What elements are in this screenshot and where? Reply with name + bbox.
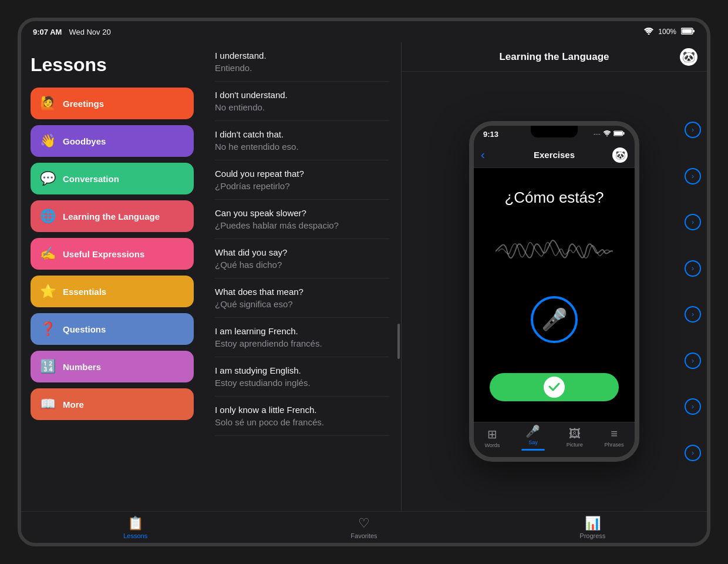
goodbyes-label: Goodbyes bbox=[63, 136, 106, 146]
phrase-pair-4[interactable]: Can you speak slower? ¿Puedes hablar más… bbox=[215, 200, 389, 239]
ipad-favorites-icon: ♡ bbox=[358, 516, 370, 531]
battery-text: 100% bbox=[658, 28, 676, 36]
tab-words[interactable]: ⊞ Words bbox=[484, 427, 500, 448]
numbers-icon: 🔢 bbox=[40, 359, 56, 374]
wifi-icon bbox=[644, 28, 653, 36]
iphone-body: ¿Cómo estás? 🎤 bbox=[474, 168, 635, 422]
phrases-panel: I understand. Entiendo. I don't understa… bbox=[203, 42, 402, 511]
svg-point-4 bbox=[606, 136, 608, 137]
ipad-progress-label: Progress bbox=[579, 532, 605, 539]
iphone-status-bar: 9:13 ···· bbox=[474, 126, 635, 142]
picture-tab-icon: 🖼 bbox=[569, 427, 581, 441]
phrase-pair-8[interactable]: I am studying English. Estoy estudiando … bbox=[215, 357, 389, 397]
tab-say[interactable]: 🎤 Say bbox=[521, 424, 545, 451]
success-button[interactable] bbox=[490, 373, 619, 401]
iphone-wifi-icon bbox=[603, 130, 611, 137]
words-tab-label: Words bbox=[484, 442, 500, 448]
mic-button[interactable]: 🎤 bbox=[531, 296, 578, 343]
phrase-spanish-6: ¿Qué significa eso? bbox=[215, 299, 389, 309]
conversation-label: Conversation bbox=[63, 174, 119, 184]
panda-emoji: 🐼 bbox=[682, 51, 695, 63]
questions-label: Questions bbox=[63, 324, 106, 334]
numbers-label: Numbers bbox=[63, 362, 101, 372]
words-tab-icon: ⊞ bbox=[487, 427, 497, 441]
phrase-english-5: What did you say? bbox=[215, 247, 389, 257]
greetings-label: Greetings bbox=[63, 99, 104, 109]
phrase-spanish-1: No entiendo. bbox=[215, 102, 389, 112]
goodbyes-icon: 👋 bbox=[40, 133, 56, 149]
conversation-icon: 💬 bbox=[40, 171, 56, 186]
say-tab-icon: 🎤 bbox=[525, 424, 540, 438]
phrase-pair-1[interactable]: I don't understand. No entiendo. bbox=[215, 82, 389, 121]
right-panel-title: Learning the Language bbox=[499, 51, 609, 63]
ipad-lessons-icon: 📋 bbox=[127, 516, 143, 531]
ipad-tab-favorites[interactable]: ♡ Favorites bbox=[329, 516, 399, 539]
scroll-indicator bbox=[397, 324, 400, 359]
nav-arrow-7[interactable]: › bbox=[685, 445, 701, 461]
ipad-lessons-label: Lessons bbox=[123, 532, 147, 539]
ipad-favorites-label: Favorites bbox=[350, 532, 377, 539]
iphone-battery-icon bbox=[614, 130, 625, 137]
sidebar-title: Lessons bbox=[31, 54, 194, 76]
tab-picture[interactable]: 🖼 Picture bbox=[567, 427, 583, 448]
phrase-spanish-5: ¿Qué has dicho? bbox=[215, 260, 389, 270]
phrase-spanish-7: Estoy aprendiendo francés. bbox=[215, 338, 389, 348]
nav-arrow-0[interactable]: › bbox=[685, 122, 701, 138]
iphone-nav-bar: ‹ Exercises 🐼 bbox=[474, 142, 635, 168]
phrase-pair-7[interactable]: I am learning French. Estoy aprendiendo … bbox=[215, 318, 389, 357]
phrase-pair-2[interactable]: I didn't catch that. No he entendido eso… bbox=[215, 121, 389, 160]
nav-arrow-4[interactable]: › bbox=[685, 306, 701, 323]
phrase-pair-6[interactable]: What does that mean? ¿Qué significa eso? bbox=[215, 278, 389, 318]
nav-arrow-2[interactable]: › bbox=[685, 214, 701, 230]
learning-icon: 🌐 bbox=[40, 209, 56, 224]
nav-arrow-3[interactable]: › bbox=[685, 260, 701, 277]
iphone-tab-bar: ⊞ Words 🎤 Say 🖼 Picture bbox=[474, 422, 635, 457]
lesson-card-questions[interactable]: ❓ Questions bbox=[31, 313, 194, 345]
nav-arrow-5[interactable]: › bbox=[685, 352, 701, 369]
ipad-tab-lessons[interactable]: 📋 Lessons bbox=[100, 516, 171, 539]
ipad-main-content: Lessons 🙋 Greetings 👋 Goodbyes 💬 Convers… bbox=[21, 42, 707, 511]
back-button[interactable]: ‹ bbox=[481, 148, 485, 162]
tab-active-indicator bbox=[521, 449, 545, 451]
lesson-card-conversation[interactable]: 💬 Conversation bbox=[31, 163, 194, 194]
phrase-english-0: I understand. bbox=[215, 51, 389, 61]
useful-label: Useful Expressions bbox=[63, 249, 144, 259]
panda-icon-right[interactable]: 🐼 bbox=[680, 48, 697, 66]
phrase-spanish-8: Estoy estudiando inglés. bbox=[215, 378, 389, 388]
lesson-card-essentials[interactable]: ⭐ Essentials bbox=[31, 276, 194, 307]
lesson-card-greetings[interactable]: 🙋 Greetings bbox=[31, 88, 194, 119]
more-label: More bbox=[63, 400, 84, 409]
phrase-english-4: Can you speak slower? bbox=[215, 208, 389, 218]
svg-point-0 bbox=[648, 33, 650, 35]
phrase-pair-9[interactable]: I only know a little French. Solo sé un … bbox=[215, 397, 389, 436]
ipad-time: 9:07 AM bbox=[33, 28, 62, 36]
lesson-card-useful[interactable]: ✍️ Useful Expressions bbox=[31, 238, 194, 270]
phrase-pair-0[interactable]: I understand. Entiendo. bbox=[215, 42, 389, 82]
phrases-tab-label: Phrases bbox=[605, 442, 624, 448]
svg-rect-2 bbox=[693, 30, 695, 32]
lesson-card-numbers[interactable]: 🔢 Numbers bbox=[31, 351, 194, 382]
phrase-spanish-2: No he entendido eso. bbox=[215, 142, 389, 152]
phrase-pair-3[interactable]: Could you repeat that? ¿Podrías repetirl… bbox=[215, 160, 389, 200]
lesson-card-learning[interactable]: 🌐 Learning the Language bbox=[31, 200, 194, 232]
lesson-card-more[interactable]: 📖 More bbox=[31, 388, 194, 420]
essentials-label: Essentials bbox=[63, 287, 106, 297]
nav-arrow-1[interactable]: › bbox=[685, 168, 701, 184]
lesson-card-goodbyes[interactable]: 👋 Goodbyes bbox=[31, 125, 194, 157]
phrase-pair-5[interactable]: What did you say? ¿Qué has dicho? bbox=[215, 239, 389, 278]
tab-phrases[interactable]: ≡ Phrases bbox=[605, 427, 624, 448]
picture-tab-label: Picture bbox=[567, 442, 583, 448]
phrase-english-6: What does that mean? bbox=[215, 287, 389, 297]
phrase-spanish-4: ¿Puedes hablar más despacio? bbox=[215, 220, 389, 230]
iphone-time: 9:13 bbox=[483, 130, 498, 139]
ipad-status-bar: 9:07 AM Wed Nov 20 100% bbox=[21, 21, 707, 42]
ipad-tab-progress[interactable]: 📊 Progress bbox=[557, 516, 628, 539]
iphone-panda-icon[interactable]: 🐼 bbox=[612, 147, 628, 163]
iphone-signal-icon: ···· bbox=[594, 130, 601, 137]
mic-icon: 🎤 bbox=[541, 307, 568, 332]
phrase-english-7: I am learning French. bbox=[215, 326, 389, 336]
say-tab-label: Say bbox=[528, 439, 538, 445]
nav-arrow-6[interactable]: › bbox=[685, 398, 701, 415]
iphone-nav-title: Exercises bbox=[534, 150, 575, 160]
phrase-english-8: I am studying English. bbox=[215, 365, 389, 375]
